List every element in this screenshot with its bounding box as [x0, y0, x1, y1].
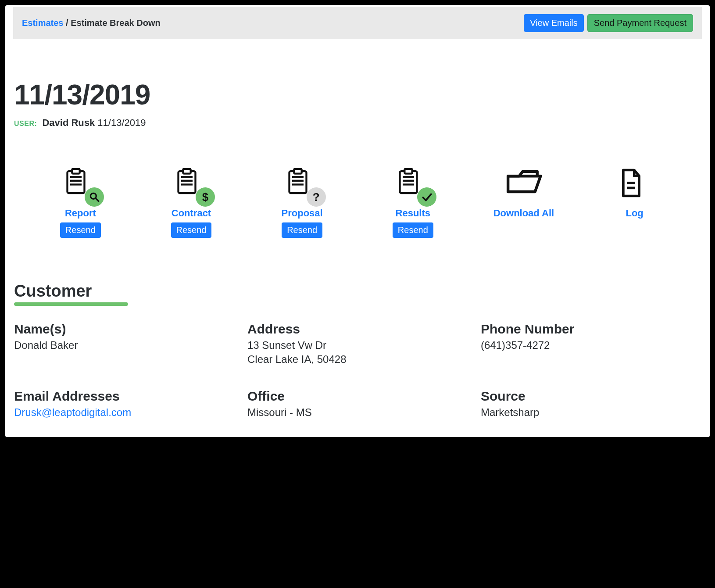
customer-name-label: Name(s): [14, 322, 234, 337]
doc-item-results: Results Resend: [382, 168, 443, 238]
section-underline: [14, 302, 128, 306]
customer-email-block: Email Addresses Drusk@leaptodigital.com: [14, 389, 234, 419]
doc-label-proposal[interactable]: Proposal: [282, 208, 323, 219]
doc-item-log: Log: [604, 168, 665, 219]
customer-address-block: Address 13 Sunset Vw Dr Clear Lake IA, 5…: [247, 322, 468, 367]
doc-item-proposal: ? Proposal Resend: [272, 168, 333, 238]
breadcrumb: Estimates / Estimate Break Down: [22, 18, 161, 28]
user-label: USER:: [14, 120, 37, 127]
clipboard-contract-icon[interactable]: $: [175, 168, 207, 204]
customer-phone-value: (641)357-4272: [481, 338, 701, 352]
customer-address-label: Address: [247, 322, 468, 337]
question-badge-icon: ?: [307, 187, 326, 207]
documents-row: Report Resend $ Contract Resend: [14, 168, 701, 238]
customer-section-title: Customer: [14, 282, 701, 301]
send-payment-request-button[interactable]: Send Payment Request: [587, 14, 693, 32]
customer-office-value: Missouri - MS: [247, 405, 468, 419]
svg-line-6: [95, 198, 99, 201]
resend-report-button[interactable]: Resend: [60, 222, 101, 238]
clipboard-report-icon[interactable]: [64, 168, 96, 204]
page-title-date: 11/13/2019: [14, 79, 701, 111]
customer-source-value: Marketsharp: [481, 405, 701, 419]
doc-label-results[interactable]: Results: [396, 208, 430, 219]
doc-item-contract: $ Contract Resend: [161, 168, 222, 238]
customer-name-block: Name(s) Donald Baker: [14, 322, 234, 367]
svg-rect-1: [72, 169, 80, 174]
doc-label-contract[interactable]: Contract: [172, 208, 211, 219]
resend-results-button[interactable]: Resend: [393, 222, 433, 238]
customer-phone-block: Phone Number (641)357-4272: [481, 322, 701, 367]
folder-open-icon[interactable]: [506, 168, 542, 204]
customer-address-line1: 13 Sunset Vw Dr: [247, 338, 468, 352]
top-bar: Estimates / Estimate Break Down View Ema…: [13, 7, 702, 39]
user-name: David Rusk: [42, 117, 95, 128]
doc-item-report: Report Resend: [50, 168, 111, 238]
document-log-icon[interactable]: [619, 168, 651, 204]
doc-label-download-all[interactable]: Download All: [493, 208, 554, 219]
doc-item-download-all: Download All: [493, 168, 554, 219]
dollar-badge-icon: $: [196, 187, 215, 207]
customer-email-label: Email Addresses: [14, 389, 234, 404]
customer-name-value: Donald Baker: [14, 338, 234, 352]
customer-source-label: Source: [481, 389, 701, 404]
customer-info-grid: Name(s) Donald Baker Address 13 Sunset V…: [14, 322, 701, 419]
view-emails-button[interactable]: View Emails: [524, 14, 584, 32]
check-badge-icon: [417, 187, 436, 207]
resend-contract-button[interactable]: Resend: [171, 222, 212, 238]
doc-label-report[interactable]: Report: [65, 208, 96, 219]
clipboard-results-icon[interactable]: [397, 168, 429, 204]
user-line: USER: David Rusk 11/13/2019: [14, 117, 701, 129]
svg-rect-13: [294, 169, 301, 174]
customer-address-line2: Clear Lake IA, 50428: [247, 352, 468, 366]
customer-email-value[interactable]: Drusk@leaptodigital.com: [14, 405, 234, 419]
doc-label-log[interactable]: Log: [626, 208, 643, 219]
svg-rect-8: [183, 169, 190, 174]
customer-phone-label: Phone Number: [481, 322, 701, 337]
top-actions: View Emails Send Payment Request: [524, 14, 693, 32]
breadcrumb-current: Estimate Break Down: [71, 18, 161, 28]
svg-rect-18: [405, 169, 412, 174]
customer-source-block: Source Marketsharp: [481, 389, 701, 419]
customer-office-block: Office Missouri - MS: [247, 389, 468, 419]
breadcrumb-root-link[interactable]: Estimates: [22, 18, 64, 28]
resend-proposal-button[interactable]: Resend: [282, 222, 322, 238]
clipboard-proposal-icon[interactable]: ?: [286, 168, 318, 204]
user-date: 11/13/2019: [97, 117, 146, 128]
breadcrumb-sep: /: [64, 18, 71, 28]
customer-office-label: Office: [247, 389, 468, 404]
magnify-badge-icon: [85, 187, 104, 207]
